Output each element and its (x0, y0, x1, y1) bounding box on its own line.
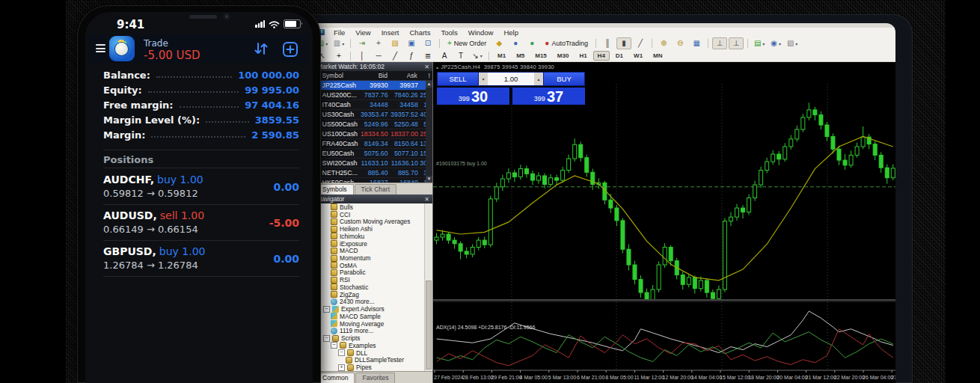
scrollbar-thumb[interactable] (426, 281, 432, 370)
text-button[interactable]: A (437, 50, 452, 62)
candle-mode-button[interactable]: ▮ (616, 37, 631, 49)
vertical-line-button[interactable]: │ (355, 50, 370, 62)
horizontal-line-button[interactable]: ─ (371, 50, 386, 62)
market-watch-row[interactable]: ▲SWI20Cash11633.1011636.10300 (314, 159, 432, 168)
tree-item-dll[interactable]: −DLL (314, 349, 432, 357)
menu-item-insert[interactable]: Insert (376, 28, 405, 37)
sell-price[interactable]: 399 30 (437, 88, 509, 105)
navigator-scrollbar[interactable] (424, 203, 432, 371)
new-order-icon[interactable] (282, 41, 298, 58)
chart-styles-button[interactable]: ▧▾ (785, 37, 800, 49)
sell-button[interactable]: SELL (437, 72, 479, 86)
timeframe-m30[interactable]: M30 (553, 51, 574, 61)
crosshair-button[interactable]: + (331, 50, 346, 62)
volume-up-icon[interactable]: ▴ (534, 73, 543, 85)
collapse-box-icon[interactable]: − (323, 306, 330, 313)
channel-button[interactable]: ≣ (420, 50, 435, 62)
tree-item-bulls[interactable]: Bulls (314, 203, 432, 211)
collapse-triangle-icon[interactable]: ▴ (436, 65, 438, 70)
trendline-button[interactable]: ╱ (388, 50, 402, 62)
autotrading-button[interactable]: ●AutoTrading (541, 37, 592, 49)
tree-item-ichimoku[interactable]: Ichimoku (314, 233, 432, 240)
market-watch-row[interactable]: ▲JP225Cash39930399377 (314, 81, 432, 91)
volume-stepper[interactable]: ▾ 1.00 ▴ (479, 72, 543, 86)
market-watch-row[interactable]: ▲US30Cash39353.4739357.52405 (314, 110, 432, 120)
menu-item-file[interactable]: File (328, 28, 350, 37)
tree-item-momentum[interactable]: Momentum (314, 254, 432, 262)
close-icon[interactable]: ✕ (424, 196, 429, 203)
collapse-box-icon[interactable]: − (338, 349, 345, 356)
scroll-up-icon[interactable]: ▲ (426, 81, 432, 88)
scroll-down-icon[interactable]: ▼ (426, 176, 432, 183)
timeframe-m5[interactable]: M5 (512, 51, 529, 61)
tree-item-1119-more-[interactable]: 1119 more... (314, 327, 432, 334)
market-watch-row[interactable]: ▲EU50Cash5075.605077.10150 (314, 149, 432, 159)
auto-scroll-button[interactable]: + (371, 37, 386, 49)
tile-windows-button[interactable]: ▦ (689, 37, 704, 49)
tree-item-moving-average[interactable]: Moving Average (314, 320, 432, 328)
column-header-[interactable]: ! (417, 72, 432, 79)
menu-item-window[interactable]: Window (463, 28, 499, 37)
menu-item-view[interactable]: View (350, 28, 376, 37)
templates-button[interactable]: ▤▾ (752, 37, 767, 49)
volume-value[interactable]: 1.00 (488, 75, 534, 83)
charts-bar-button[interactable]: ▨ (388, 37, 402, 49)
market-watch-row[interactable]: ▲AUS200C...7837.767840.26250 (314, 91, 432, 100)
position-row[interactable]: GBPUSD,buy 1.001.26784 → 1.267840.00 (103, 241, 299, 277)
position-row[interactable]: AUDUSD,sell 1.000.66149 → 0.66154-5.00 (103, 205, 299, 241)
tree-item-macd-sample[interactable]: MACD Sample (314, 313, 432, 320)
market-watch-row[interactable]: ▲HK50Cash168271684013 (314, 178, 432, 183)
market-watch-row[interactable]: ▲FRA40Cash8149.348150.64130 (314, 139, 432, 149)
tab-symbols[interactable]: Symbols (316, 184, 354, 194)
collapse-box-icon[interactable]: − (323, 335, 330, 342)
period-windows-button[interactable]: ⊥ (729, 37, 744, 49)
timeframe-mn[interactable]: MN (649, 51, 667, 61)
menu-item-help[interactable]: Help (498, 28, 524, 37)
sort-icon[interactable] (254, 41, 269, 56)
buy-button[interactable]: BUY (543, 72, 585, 86)
timeframe-h1[interactable]: H1 (575, 51, 591, 61)
timeframe-m15[interactable]: M15 (530, 51, 551, 61)
market-watch-scrollbar[interactable]: ▲ ▼ (426, 81, 432, 183)
strategy-tester-button[interactable]: ⊡ (420, 37, 435, 49)
position-row[interactable]: AUDCHF,buy 1.000.59812 → 0.598120.00 (103, 169, 299, 205)
profiles-button[interactable]: ▥▾ (331, 37, 346, 49)
timeframe-w1[interactable]: W1 (629, 51, 647, 61)
tree-item-iexposure[interactable]: iExposure (314, 240, 432, 248)
market-watch-row[interactable]: ▼US100Cash18334.5018337.00250 (314, 129, 432, 139)
market-watch-row[interactable]: ▲NETH25C...885.40885.7030 (314, 168, 432, 178)
tree-item-custom-moving-averages[interactable]: Custom Moving Averages (314, 218, 432, 225)
price-chart[interactable]: 27 Feb 202428 Feb 13:0029 Feb 21:004 Mar… (433, 82, 895, 383)
tree-item-rsi[interactable]: RSI (314, 276, 432, 284)
tree-item-zigzag[interactable]: ZigZag (314, 291, 432, 298)
arrows-button[interactable]: ↘▾ (470, 50, 485, 62)
volume-down-icon[interactable]: ▾ (479, 73, 488, 85)
tab-common[interactable]: Common (316, 373, 355, 383)
data-window-button[interactable]: ▣ (404, 37, 419, 49)
tree-item-cci[interactable]: CCI (314, 211, 432, 218)
tab-favorites[interactable]: Favorites (355, 373, 395, 383)
column-header-symbol[interactable]: Symbol (322, 72, 358, 79)
market-watch-row[interactable]: ▲IT40Cash344483445810 (314, 100, 432, 110)
tree-item-parabolic[interactable]: Parabolic (314, 269, 432, 277)
tree-item-examples[interactable]: −Examples (314, 342, 432, 349)
tree-item-dllsampletester[interactable]: DLLSampleTester (314, 356, 432, 364)
indicators-button[interactable]: ◆ (491, 37, 506, 49)
collapse-box-icon[interactable]: − (331, 342, 337, 349)
indicator-windows-button[interactable]: ⊥ (712, 37, 727, 49)
timeframe-d1[interactable]: D1 (611, 51, 628, 61)
column-header-bid[interactable]: Bid (359, 72, 388, 79)
tree-item-2430-more-[interactable]: 2430 more... (314, 298, 432, 306)
tree-item-macd[interactable]: MACD (314, 247, 432, 254)
fibonacci-button[interactable]: ƒ (404, 50, 419, 62)
zoom-out-button[interactable]: ⊖ (673, 37, 687, 49)
bar-chart-mode-button[interactable]: ║ (600, 37, 615, 49)
new-order-button[interactable]: +New Order (444, 37, 490, 49)
tree-item-stochastic[interactable]: Stochastic (314, 284, 432, 291)
chart-shift-button[interactable]: ⇥ (355, 37, 370, 49)
line-mode-button[interactable]: ╱ (633, 37, 648, 49)
buy-price[interactable]: 399 37 (512, 88, 585, 105)
menu-item-charts[interactable]: Charts (405, 28, 436, 37)
tree-item-osma[interactable]: OsMA (314, 262, 432, 269)
text-label-button[interactable]: T (453, 50, 468, 62)
